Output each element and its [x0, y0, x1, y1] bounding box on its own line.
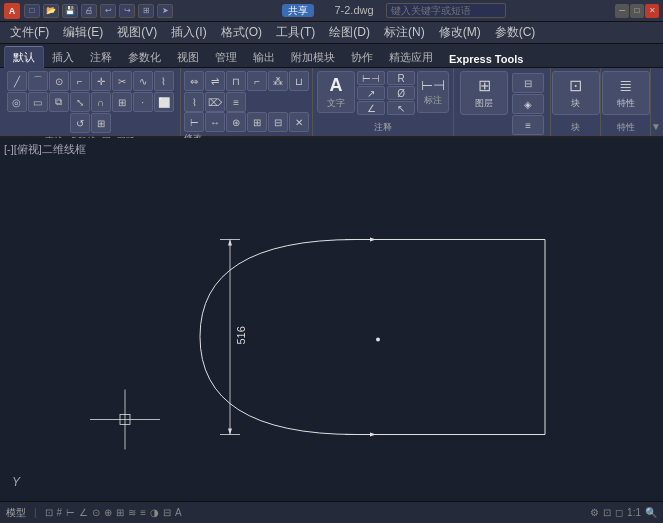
ortho-icon[interactable]: ⊢ — [66, 507, 75, 518]
tab-view[interactable]: 视图 — [169, 47, 207, 68]
menu-edit[interactable]: 编辑(E) — [57, 22, 109, 43]
redo-icon[interactable]: ↪ — [119, 4, 135, 18]
tab-annotate[interactable]: 注释 — [82, 47, 120, 68]
circle-tool2[interactable]: ⊙ — [49, 71, 69, 91]
line-tool[interactable]: ╱ — [7, 71, 27, 91]
dim-main-tool[interactable]: ⊢⊣ 标注 — [417, 71, 449, 113]
layer-props-tool[interactable]: ⊟ — [512, 73, 544, 93]
share-button[interactable]: 共享 — [282, 4, 314, 17]
fillet-tool[interactable]: ⌐ — [70, 71, 90, 91]
dim-aligned-tool[interactable]: ↗ — [357, 86, 385, 100]
status-model[interactable]: 模型 — [6, 506, 26, 520]
polar-icon[interactable]: ∠ — [79, 507, 88, 518]
snap-icon[interactable]: ⊡ — [45, 507, 53, 518]
transparency-icon[interactable]: ◑ — [150, 507, 159, 518]
close-button[interactable]: ✕ — [645, 4, 659, 18]
menu-tools[interactable]: 工具(T) — [270, 22, 321, 43]
annotation-icon[interactable]: A — [175, 507, 182, 518]
block-tool[interactable]: ⬜ — [154, 92, 174, 112]
polyline-tool[interactable]: ∿ — [133, 71, 153, 91]
menu-format[interactable]: 格式(O) — [215, 22, 268, 43]
layout-icon[interactable]: ⊡ — [603, 507, 611, 518]
menu-draw[interactable]: 绘图(D) — [323, 22, 376, 43]
print-icon[interactable]: 🖨 — [81, 4, 97, 18]
layer-tool[interactable]: ⊞ 图层 — [460, 71, 508, 115]
tab-default[interactable]: 默认 — [4, 46, 44, 68]
rectarray-tool[interactable]: ⊟ — [268, 112, 288, 132]
share-arrow-icon[interactable]: ➤ — [157, 4, 173, 18]
ellipse-tool[interactable]: ◎ — [7, 92, 27, 112]
trim-tool[interactable]: ✂ — [112, 71, 132, 91]
open-icon[interactable]: 📂 — [43, 4, 59, 18]
leader-tool[interactable]: ↖ — [387, 101, 415, 115]
tab-manage[interactable]: 管理 — [207, 47, 245, 68]
tab-featured[interactable]: 精选应用 — [381, 47, 441, 68]
tab-parametric[interactable]: 参数化 — [120, 47, 169, 68]
rotate-tool[interactable]: ↺ — [70, 113, 90, 133]
otrack-icon[interactable]: ⊕ — [104, 507, 112, 518]
new-icon[interactable]: □ — [24, 4, 40, 18]
layer-match-tool[interactable]: ≡ — [512, 115, 544, 135]
offset-tool[interactable]: ⊓ — [226, 71, 246, 91]
view-icon[interactable]: ◻ — [615, 507, 623, 518]
layer-current-tool[interactable]: ◈ — [512, 94, 544, 114]
text-tool[interactable]: A 文字 — [317, 71, 355, 113]
grid-icon[interactable]: # — [57, 507, 63, 518]
undo-icon[interactable]: ↩ — [100, 4, 116, 18]
annotate-scale[interactable]: 1:1 — [627, 507, 641, 518]
block-main-tool[interactable]: ⊡ 块 — [552, 71, 600, 115]
minimize-button[interactable]: ─ — [615, 4, 629, 18]
align-tool[interactable]: ≡ — [226, 92, 246, 112]
point-tool[interactable]: · — [133, 92, 153, 112]
dyn-icon[interactable]: ≋ — [128, 507, 136, 518]
menu-file[interactable]: 文件(F) — [4, 22, 55, 43]
maximize-button[interactable]: □ — [630, 4, 644, 18]
tab-express-tools[interactable]: Express Tools — [441, 50, 531, 68]
dim-angular-tool[interactable]: ∠ — [357, 101, 385, 115]
tab-output[interactable]: 输出 — [245, 47, 283, 68]
array-tool[interactable]: ⊞ — [91, 113, 111, 133]
stretch-tool[interactable]: ⇔ — [184, 71, 204, 91]
dim-radius-tool[interactable]: R — [387, 71, 415, 85]
break-tool[interactable]: ⌇ — [184, 92, 204, 112]
osnap-icon[interactable]: ⊙ — [92, 507, 100, 518]
menu-modify[interactable]: 修改(M) — [433, 22, 487, 43]
move-tool[interactable]: ✛ — [91, 71, 111, 91]
lengthen-tool[interactable]: ↔ — [205, 112, 225, 132]
dim-linear-tool[interactable]: ⊢⊣ — [357, 71, 385, 85]
menu-view[interactable]: 视图(V) — [111, 22, 163, 43]
sel-cycling-icon[interactable]: ⊟ — [163, 507, 171, 518]
chamfer-tool[interactable]: ⌐ — [247, 71, 267, 91]
arc-tool[interactable]: ∩ — [91, 92, 111, 112]
tab-addons[interactable]: 附加模块 — [283, 47, 343, 68]
extend-tool[interactable]: ⊢ — [184, 112, 204, 132]
tab-insert[interactable]: 插入 — [44, 47, 82, 68]
dim-diameter-tool[interactable]: Ø — [387, 86, 415, 100]
hatch-tool[interactable]: ⊞ — [112, 92, 132, 112]
tab-collaborate[interactable]: 协作 — [343, 47, 381, 68]
menu-annotate[interactable]: 标注(N) — [378, 22, 431, 43]
save-icon[interactable]: 💾 — [62, 4, 78, 18]
properties-tool[interactable]: ≣ 特性 — [602, 71, 650, 115]
workspace-icon[interactable]: ⚙ — [590, 507, 599, 518]
rect-tool[interactable]: ▭ — [28, 92, 48, 112]
search-input[interactable] — [386, 3, 506, 18]
del-dup-tool[interactable]: ✕ — [289, 112, 309, 132]
lineweight-icon[interactable]: ≡ — [140, 507, 146, 518]
polar-tool[interactable]: ⊛ — [226, 112, 246, 132]
scale-tool[interactable]: ⤡ — [70, 92, 90, 112]
patharray-tool[interactable]: ⊞ — [247, 112, 267, 132]
explode-tool[interactable]: ⁂ — [268, 71, 288, 91]
polyline-arc-tool[interactable]: ⌒ — [28, 71, 48, 91]
erase-tool[interactable]: ⌦ — [205, 92, 225, 112]
ribbon-expand-draw[interactable]: ▼ — [651, 121, 661, 132]
menu-params[interactable]: 参数(C) — [489, 22, 542, 43]
extra-icon[interactable]: ⊞ — [138, 4, 154, 18]
join-tool[interactable]: ⊔ — [289, 71, 309, 91]
copy-tool[interactable]: ⧉ — [49, 92, 69, 112]
ducs-icon[interactable]: ⊞ — [116, 507, 124, 518]
menu-insert[interactable]: 插入(I) — [165, 22, 212, 43]
spline-tool[interactable]: ⌇ — [154, 71, 174, 91]
mirror-tool[interactable]: ⇌ — [205, 71, 225, 91]
zoom-icon[interactable]: 🔍 — [645, 507, 657, 518]
